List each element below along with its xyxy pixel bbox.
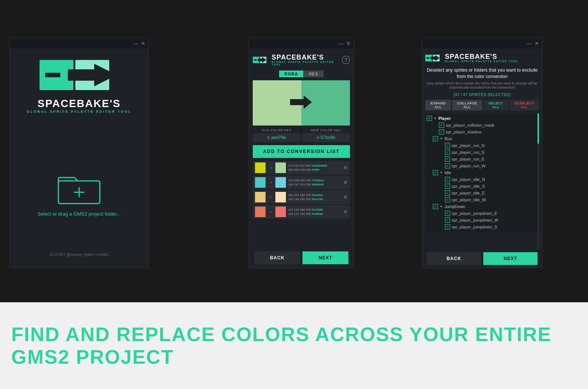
checkbox-idle-s[interactable] <box>445 184 450 189</box>
tree-sprite-shadow[interactable]: spr_player_shadow <box>427 129 538 135</box>
checkbox-idle-w[interactable] <box>445 197 450 202</box>
checkbox-idle-e[interactable] <box>445 190 450 196</box>
tree-sprite-idle-w[interactable]: spr_player_idle_W <box>427 196 538 203</box>
conversion-row-0: → 173 214 157 000 #add69d00 255 255 255 … <box>253 161 350 175</box>
scrollbar[interactable] <box>538 113 539 249</box>
conv-delete-3[interactable]: ✕ <box>343 209 348 215</box>
new-color-input-group: NEW COLOR HEX # 57bc8e <box>302 129 350 142</box>
close-btn-2[interactable]: ✕ <box>346 41 351 46</box>
sprite-label-run-e: spr_player_run_E <box>452 157 484 161</box>
old-color-field[interactable]: # aed79e <box>253 133 301 142</box>
deselect-all-button[interactable]: DESELECT ALL <box>510 100 539 110</box>
conv-delete-2[interactable]: ✕ <box>343 194 348 200</box>
tree-sprite-jd-w[interactable]: spr_player_jumpdown_W <box>427 217 538 224</box>
conv-arrow-3: → <box>268 209 273 215</box>
old-color-label: OLD COLOR HEX <box>253 129 301 132</box>
minimize-btn-3[interactable]: — <box>527 41 531 46</box>
nav-buttons-w3: BACK NEXT <box>425 252 539 265</box>
checkbox-jd-w[interactable] <box>445 217 450 223</box>
folder-icon[interactable] <box>57 172 102 205</box>
checkbox-jd-s[interactable] <box>445 224 450 230</box>
tree-subfolder-jumpdown[interactable]: ▼ JumpDown <box>427 203 538 210</box>
conv-to-1 <box>275 177 286 188</box>
tree-subfolder-run[interactable]: ▼ Run <box>427 135 538 142</box>
new-color-field[interactable]: # 57bc8e <box>302 133 350 142</box>
conv-from-3 <box>255 207 266 217</box>
checkbox-idle-n[interactable] <box>445 177 450 182</box>
minimize-btn-2[interactable]: — <box>339 41 343 46</box>
help-button[interactable]: ? <box>342 56 350 64</box>
chevron-jumpdown: ▼ <box>440 205 443 208</box>
tree-sprite-run-n[interactable]: spr_player_run_N <box>427 142 538 149</box>
arrow-overlay <box>290 95 313 111</box>
tree-sprite-jd-e[interactable]: spr_player_jumpdown_E <box>427 210 538 217</box>
conv-from-1 <box>255 177 266 188</box>
close-btn-1[interactable]: ✕ <box>141 41 145 46</box>
subfolder-label-idle: Idle <box>444 170 451 175</box>
checkbox-shadow[interactable] <box>439 129 444 135</box>
checkbox-jumpdown[interactable] <box>433 204 438 209</box>
conversion-row-1: → 113 208 228 255 #73d0e4 100 137 213 25… <box>253 176 350 189</box>
checkbox-run-w[interactable] <box>445 163 450 168</box>
brand-subtitle-large: GLOBAL SPRITE PALETTE EDITOR TOOL <box>27 110 131 113</box>
window-sprite-selection: — ✕ SPACEBAKE'S GLOBAL SPRITE PALETTE ED… <box>422 38 542 268</box>
next-button-w3[interactable]: NEXT <box>483 252 538 265</box>
checkbox-run-s[interactable] <box>445 150 450 155</box>
conv-info-1: 113 208 228 255 #73d0e4 100 137 213 255 … <box>288 178 341 187</box>
conv-arrow-0: → <box>268 165 273 171</box>
tab-rgba[interactable]: RGBA <box>279 70 303 77</box>
checkbox-run[interactable] <box>433 136 438 141</box>
tree-container: ▼ Player spr_player_collision_mask spr_p… <box>425 113 539 249</box>
expand-all-button[interactable]: EXPAND ALL <box>425 100 451 110</box>
version-text: v0.8.06 / @space_bake / credits <box>49 252 108 260</box>
subfolder-label-run: Run <box>444 136 452 141</box>
logo-small-w2 <box>253 56 269 64</box>
tree-controls: EXPAND ALL COLLAPSE ALL SELECT ALL DESEL… <box>425 100 539 110</box>
add-to-list-button[interactable]: ADD TO CONVERSION LIST <box>253 145 350 158</box>
sub-instruction-text: (any sprites which don't contain the col… <box>425 81 539 90</box>
tree-sprite-run-w[interactable]: spr_player_run_W <box>427 162 538 169</box>
checkbox-idle[interactable] <box>433 170 438 175</box>
checkbox-run-e[interactable] <box>445 156 450 162</box>
svg-rect-15 <box>426 57 429 59</box>
nav-buttons-w2: BACK NEXT <box>253 251 350 264</box>
conv-delete-0[interactable]: ✕ <box>343 165 348 171</box>
tree-sprite-collision[interactable]: spr_player_collision_mask <box>427 122 538 129</box>
instruction-text: Deselect any sprites or folders that you… <box>425 67 539 80</box>
tree-sprite-run-e[interactable]: spr_player_run_E <box>427 156 538 162</box>
conv-delete-1[interactable]: ✕ <box>343 179 348 185</box>
checkbox-run-n[interactable] <box>445 143 450 148</box>
tree-folder-player[interactable]: ▼ Player <box>427 115 538 122</box>
conv-to-3 <box>275 207 286 217</box>
tab-hex[interactable]: HEX <box>303 70 324 77</box>
minimize-btn-1[interactable]: — <box>133 41 138 46</box>
tree-subfolder-idle[interactable]: ▼ Idle <box>427 169 538 176</box>
sprite-label-jd-w: spr_player_jumpdown_W <box>452 218 498 222</box>
tree-sprite-idle-n[interactable]: spr_player_idle_N <box>427 176 538 183</box>
tree-sprite-idle-s[interactable]: spr_player_idle_S <box>427 183 538 190</box>
chevron-run: ▼ <box>440 137 443 141</box>
select-all-button[interactable]: SELECT ALL <box>483 100 509 110</box>
select-folder-text: Select or drag a GMS2 project folder... <box>37 211 121 217</box>
sprite-label-jd-s: spr_player_jumpdown_S <box>452 225 497 229</box>
conv-arrow-2: → <box>268 194 273 200</box>
sprite-label-run-w: spr_player_run_W <box>452 164 486 168</box>
sprite-label-idle-n: spr_player_idle_N <box>452 177 485 182</box>
tree-sprite-jd-s[interactable]: spr_player_jumpdown_S <box>427 224 538 230</box>
collapse-all-button[interactable]: COLLAPSE ALL <box>452 100 482 110</box>
tree-sprite-idle-e[interactable]: spr_player_idle_E <box>427 190 538 196</box>
checkbox-collision[interactable] <box>439 123 444 128</box>
next-button-w2[interactable]: NEXT <box>302 251 348 264</box>
back-button-w3[interactable]: BACK <box>427 252 481 265</box>
checkbox-jd-e[interactable] <box>445 211 450 216</box>
back-button-w2[interactable]: BACK <box>254 251 300 264</box>
checkbox-player[interactable] <box>427 116 432 121</box>
close-btn-3[interactable]: ✕ <box>535 41 539 46</box>
conv-info-3: 252 130 088 255 #fc7858 228 111 168 255 … <box>288 208 341 216</box>
sprite-label-idle-e: spr_player_idle_E <box>452 191 485 195</box>
tree-sprite-run-s[interactable]: spr_player_run_S <box>427 149 538 156</box>
svg-marker-11 <box>290 95 312 109</box>
conv-arrow-1: → <box>268 179 273 185</box>
new-color-value: 57bc8e <box>321 135 335 140</box>
chevron-idle: ▼ <box>440 171 443 175</box>
